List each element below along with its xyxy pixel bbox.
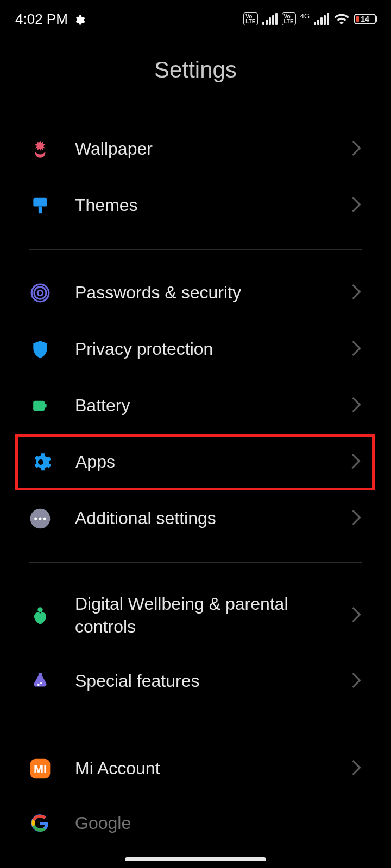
status-time: 4:02 PM xyxy=(15,11,68,28)
shield-icon xyxy=(29,339,51,360)
chevron-right-icon xyxy=(351,759,362,778)
svg-point-3 xyxy=(34,287,46,299)
status-bar: 4:02 PM VoLTE VoLTE 4G 14 xyxy=(0,0,391,38)
settings-item-wellbeing[interactable]: Digital Wellbeing & parental controls xyxy=(0,578,391,653)
settings-item-google[interactable]: Google xyxy=(0,797,391,835)
svg-point-7 xyxy=(38,459,43,465)
chevron-right-icon xyxy=(351,606,362,626)
svg-point-11 xyxy=(43,518,46,520)
chevron-right-icon xyxy=(351,672,362,691)
item-label: Digital Wellbeing & parental controls xyxy=(75,593,327,638)
flower-icon xyxy=(29,138,51,160)
settings-group: MI Mi Account Google xyxy=(0,741,391,835)
home-indicator[interactable] xyxy=(125,857,266,861)
settings-item-passwords[interactable]: Passwords & security xyxy=(0,265,391,321)
settings-item-wallpaper[interactable]: Wallpaper xyxy=(0,121,391,177)
item-label: Wallpaper xyxy=(75,138,327,161)
signal-icon-2 xyxy=(314,13,329,25)
volte-icon-2: VoLTE xyxy=(282,12,296,25)
svg-text:MI: MI xyxy=(34,763,47,776)
item-label: Apps xyxy=(75,451,326,474)
brush-icon xyxy=(29,195,51,216)
svg-point-2 xyxy=(37,290,43,296)
svg-point-9 xyxy=(34,518,37,520)
dots-icon xyxy=(29,508,51,529)
flask-icon xyxy=(29,671,51,692)
chevron-right-icon xyxy=(351,340,362,359)
mi-logo-icon: MI xyxy=(29,758,51,780)
settings-item-special[interactable]: Special features xyxy=(0,653,391,710)
battery-icon xyxy=(29,395,51,417)
google-logo-icon xyxy=(29,812,51,834)
svg-point-13 xyxy=(37,684,40,686)
volte-icon: VoLTE xyxy=(243,12,257,25)
status-left: 4:02 PM xyxy=(15,11,85,28)
gear-icon xyxy=(73,13,85,25)
chevron-right-icon xyxy=(351,196,362,215)
item-label: Privacy protection xyxy=(75,338,327,361)
divider xyxy=(29,725,362,725)
signal-icon xyxy=(262,13,278,25)
wifi-icon xyxy=(333,11,350,27)
settings-group: Wallpaper Themes xyxy=(0,121,391,234)
chevron-right-icon xyxy=(351,396,362,416)
item-label: Battery xyxy=(75,394,327,417)
settings-group: Passwords & security Privacy protection … xyxy=(0,265,391,547)
item-label: Additional settings xyxy=(75,507,327,530)
settings-item-mi-account[interactable]: MI Mi Account xyxy=(0,741,391,797)
item-label: Mi Account xyxy=(75,757,327,780)
status-right: VoLTE VoLTE 4G 14 xyxy=(243,11,376,27)
network-type: 4G xyxy=(300,12,310,20)
gear-icon xyxy=(30,451,52,473)
item-label: Passwords & security xyxy=(75,282,327,304)
svg-point-12 xyxy=(37,607,43,612)
svg-point-10 xyxy=(39,518,42,520)
chevron-right-icon xyxy=(351,283,362,303)
divider xyxy=(29,562,362,563)
settings-item-additional[interactable]: Additional settings xyxy=(0,490,391,547)
battery-icon: 14 xyxy=(354,14,376,24)
svg-point-14 xyxy=(40,682,42,684)
item-label: Themes xyxy=(75,194,327,217)
item-label: Special features xyxy=(75,670,327,693)
settings-item-apps[interactable]: Apps xyxy=(15,434,375,490)
svg-rect-0 xyxy=(33,198,47,207)
chevron-right-icon xyxy=(351,139,362,159)
chevron-right-icon xyxy=(350,452,361,472)
page-header: Settings xyxy=(0,38,391,121)
page-title: Settings xyxy=(0,57,391,83)
battery-percent: 14 xyxy=(361,15,369,23)
fingerprint-icon xyxy=(29,282,51,304)
settings-item-battery[interactable]: Battery xyxy=(0,378,391,434)
svg-rect-6 xyxy=(45,404,47,408)
settings-item-privacy[interactable]: Privacy protection xyxy=(0,321,391,378)
settings-item-themes[interactable]: Themes xyxy=(0,177,391,234)
settings-group: Digital Wellbeing & parental controls Sp… xyxy=(0,578,391,710)
heart-person-icon xyxy=(29,605,51,627)
chevron-right-icon xyxy=(351,509,362,528)
svg-rect-1 xyxy=(39,207,42,214)
item-label: Google xyxy=(75,812,362,835)
svg-rect-5 xyxy=(33,401,45,411)
divider xyxy=(29,249,362,250)
